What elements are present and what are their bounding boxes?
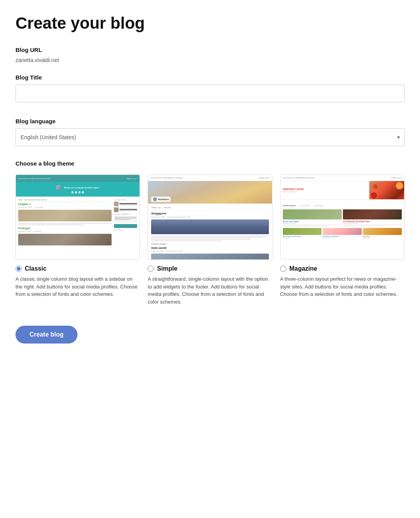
simple-text-lines [151, 236, 269, 241]
classic-hero: "Books are a uniquely portable magic." [16, 182, 139, 197]
blog-url-label: Blog URL [15, 47, 405, 53]
page-title: Create your blog [15, 14, 405, 33]
classic-nav-links: Community Forum Webmail Browse Download [18, 178, 50, 180]
blog-language-wrapper: English (United States) English (United … [15, 128, 405, 146]
classic-theme-desc: A classic single column blog layout with… [15, 275, 140, 298]
classic-post-image-2 [18, 234, 112, 245]
blog-language-label: Blog language [15, 118, 405, 124]
theme-card-magazine[interactable]: Community Forum Webmail Browse Download … [280, 174, 405, 306]
simple-nav: Community Forum Webmail Browse Download … [148, 175, 272, 181]
classic-theme-name: Classic [25, 265, 46, 272]
classic-sidebar-col: RECENT POSTS [114, 199, 137, 245]
themes-grid: Community Forum Webmail Browse Download … [15, 174, 405, 306]
theme-card-classic[interactable]: Community Forum Webmail Browse Download … [15, 174, 140, 306]
magazine-radio-row: Magazine [280, 265, 405, 272]
simple-hero-img: Wanderlust [148, 181, 272, 204]
simple-tabs: TRAVEL LOG GALLERY [151, 207, 269, 210]
magazine-theme-desc: A three-column layout perfect for news o… [280, 275, 405, 298]
blog-title-input[interactable] [15, 85, 405, 102]
blog-title-label: Blog Title [15, 74, 405, 81]
simple-content: TRAVEL LOG GALLERY Singapore December 23… [148, 204, 272, 260]
classic-main-col: HOME BOOK REVIEWS FAVOURITES Chapter 1 D… [18, 199, 112, 245]
classic-nav: Community Forum Webmail Browse Download … [16, 175, 139, 182]
blog-url-value: zanetta.vivaldi.net [15, 57, 405, 63]
theme-preview-magazine: Community Forum Webmail Browse Download … [280, 174, 405, 260]
theme-preview-classic: Community Forum Webmail Browse Download … [15, 174, 140, 260]
classic-radio-row: Classic [15, 265, 140, 272]
classic-hero-text: "Books are a uniquely portable magic." [64, 186, 100, 189]
themes-section-label: Choose a blog theme [15, 160, 405, 167]
simple-post-title: Singapore [151, 212, 269, 215]
simple-theme-desc: A straightforward, single-column layout … [148, 275, 272, 306]
magazine-hero: Gabriela's world Welcome! I cook all the… [281, 181, 404, 200]
classic-post-image-1 [18, 210, 112, 221]
classic-post-title-2: Prologue [18, 227, 112, 230]
classic-radio[interactable] [15, 266, 22, 272]
classic-content: HOME BOOK REVIEWS FAVOURITES Chapter 1 D… [16, 197, 139, 248]
simple-post-title-2: Hello world! [151, 247, 269, 249]
simple-post-image [151, 219, 269, 234]
classic-post-date-1: December 18, 2019 — 5 Comments [18, 206, 112, 208]
classic-sidebar-box-green [114, 224, 137, 228]
classic-post-title-1: Chapter 1 [18, 203, 112, 205]
classic-hero-icons [71, 191, 84, 193]
classic-post-date-2: December 3, 2019 — 1 Comment [18, 230, 112, 232]
create-blog-button[interactable]: Create blog [15, 326, 77, 344]
magazine-latest-bar: LATEST RECIPES ALL RECIPES OTHER TALK [281, 200, 404, 209]
simple-post-meta: December 23, 2013 — Truong Photography T… [151, 216, 269, 218]
simple-post-meta-2: February 15, 2023 — Team Blog Post ✦ edi… [151, 250, 269, 252]
simple-theme-name: Simple [157, 265, 177, 272]
magazine-bottom-grid: Weeknight's pesto pasta Quick • Easy Str… [281, 227, 404, 240]
magazine-nav: Community Forum Webmail Browse Download … [281, 175, 404, 181]
classic-sidebar-box [114, 216, 137, 223]
theme-preview-simple: Community Forum Webmail Browse Download … [148, 174, 272, 260]
magazine-theme-name: Magazine [289, 265, 317, 272]
simple-radio[interactable] [148, 266, 154, 272]
magazine-radio[interactable] [280, 266, 286, 272]
theme-card-simple[interactable]: Community Forum Webmail Browse Download … [148, 174, 272, 306]
classic-nav-right: Register Log In [127, 178, 137, 180]
magazine-main-grid: Quick Side Salad Vegetables • Fresh • Qu… [281, 209, 404, 227]
blog-language-select[interactable]: English (United States) English (United … [15, 128, 405, 146]
simple-radio-row: Simple [148, 265, 272, 272]
